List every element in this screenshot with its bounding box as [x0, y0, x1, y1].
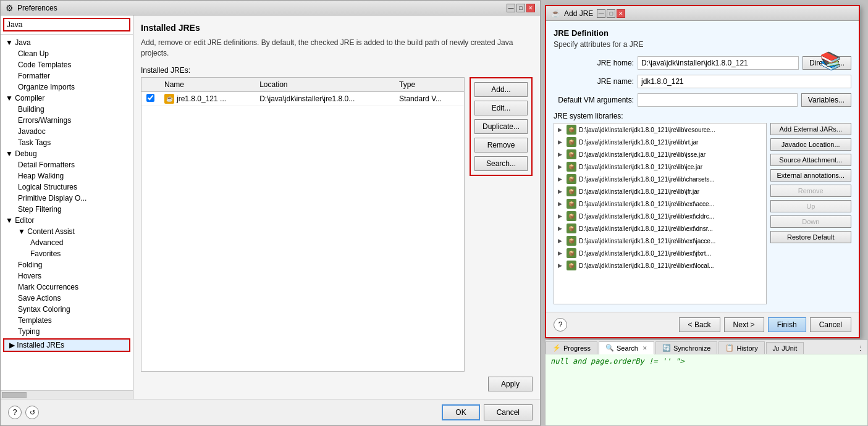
sidebar: ▼ Java Clean Up Code Templates Formatter… — [1, 15, 133, 399]
addjre-cancel-button[interactable]: Cancel — [810, 317, 851, 332]
sidebar-item-heap-walking[interactable]: Heap Walking — [6, 170, 133, 182]
sidebar-item-code-templates[interactable]: Code Templates — [6, 59, 133, 70]
lib-item-9[interactable]: ▶ 📦 D:\java\jdk\installer\jdk1.8.0_121\j… — [554, 235, 766, 247]
jre-home-label: JRE home: — [554, 59, 634, 67]
jre-name-input[interactable] — [638, 75, 851, 88]
sidebar-item-content-assist[interactable]: ▼ Content Assist — [6, 226, 133, 237]
lib-item-7[interactable]: ▶ 📦 D:\java\jdk\installer\jdk1.8.0_121\j… — [554, 210, 766, 222]
sidebar-item-syntax-coloring[interactable]: Syntax Coloring — [6, 304, 133, 315]
sidebar-item-javadoc[interactable]: Javadoc — [6, 126, 133, 137]
sidebar-item-editor[interactable]: ▼ Editor — [1, 215, 133, 226]
addjre-close-btn[interactable]: ✕ — [617, 9, 625, 18]
sidebar-item-task-tags[interactable]: Task Tags — [6, 137, 133, 148]
tab-junit[interactable]: Ju JUnit — [766, 342, 804, 354]
remove-button[interactable]: Remove — [474, 138, 528, 152]
sidebar-item-cleanup[interactable]: Clean Up — [6, 48, 133, 59]
lib-path-0: D:\java\jdk\installer\jdk1.8.0_121\jre\l… — [579, 127, 715, 133]
sidebar-item-primitive-display[interactable]: Primitive Display O... — [6, 193, 133, 204]
bottom-tabs-panel: ⚡ Progress 🔍 Search ✕ 🔄 Synchronize 📋 Hi… — [545, 340, 868, 426]
expand-icon-0: ▶ — [558, 127, 564, 133]
addjre-minimize-btn[interactable]: — — [597, 9, 605, 18]
lib-path-10: D:\java\jdk\installer\jdk1.8.0_121\jre\l… — [579, 250, 711, 257]
external-annotations-button[interactable]: External annotations... — [770, 169, 851, 182]
sidebar-item-advanced[interactable]: Advanced — [11, 237, 133, 248]
libs-remove-button[interactable]: Remove — [770, 185, 851, 197]
sidebar-item-java[interactable]: ▼ Java — [1, 37, 133, 48]
sidebar-item-save-actions[interactable]: Save Actions — [6, 293, 133, 304]
addjre-help-button[interactable]: ? — [554, 318, 567, 332]
libs-up-button[interactable]: Up — [770, 200, 851, 212]
maximize-btn[interactable]: □ — [516, 4, 525, 12]
tabs-bar: ⚡ Progress 🔍 Search ✕ 🔄 Synchronize 📋 Hi… — [546, 340, 867, 354]
addjre-maximize-btn[interactable]: □ — [607, 9, 615, 18]
variables-button[interactable]: Variables... — [801, 93, 851, 107]
sidebar-item-folding[interactable]: Folding — [6, 259, 133, 270]
libs-content: ▶ 📦 D:\java\jdk\installer\jdk1.8.0_121\j… — [554, 123, 851, 304]
preferences-icon: ⚙ — [6, 3, 14, 13]
lib-path-5: D:\java\jdk\installer\jdk1.8.0_121\jre\l… — [579, 188, 699, 195]
add-external-jars-button[interactable]: Add External JARs... — [770, 123, 851, 135]
minimize-btn[interactable]: — — [507, 4, 515, 12]
tab-search[interactable]: 🔍 Search ✕ — [599, 341, 654, 354]
row-checkbox[interactable] — [146, 94, 154, 102]
add-button[interactable]: Add... — [474, 82, 528, 97]
sidebar-item-templates[interactable]: Templates — [6, 315, 133, 326]
lib-item-2[interactable]: ▶ 📦 D:\java\jdk\installer\jdk1.8.0_121\j… — [554, 148, 766, 161]
sidebar-search-input[interactable] — [3, 18, 130, 31]
lib-item-3[interactable]: ▶ 📦 D:\java\jdk\installer\jdk1.8.0_121\j… — [554, 161, 766, 173]
sidebar-item-logical-structures[interactable]: Logical Structures — [6, 182, 133, 193]
lib-item-1[interactable]: ▶ 📦 D:\java\jdk\installer\jdk1.8.0_121\j… — [554, 136, 766, 148]
sidebar-debug-children: Detail Formatters Heap Walking Logical S… — [6, 159, 133, 215]
defaults-button[interactable]: ↺ — [25, 406, 39, 419]
sidebar-item-formatter[interactable]: Formatter — [6, 70, 133, 81]
edit-button[interactable]: Edit... — [474, 101, 528, 115]
jre-home-input[interactable] — [638, 56, 799, 70]
apply-button[interactable]: Apply — [488, 377, 533, 391]
sidebar-item-hovers[interactable]: Hovers — [6, 270, 133, 282]
sidebar-item-building[interactable]: Building — [6, 104, 133, 115]
lib-item-0[interactable]: ▶ 📦 D:\java\jdk\installer\jdk1.8.0_121\j… — [554, 123, 766, 136]
tab-search-close[interactable]: ✕ — [643, 345, 647, 351]
table-row[interactable]: ☕ jre1.8.0_121 ... D:\java\jdk\installer… — [141, 91, 464, 106]
libs-tree: ▶ 📦 D:\java\jdk\installer\jdk1.8.0_121\j… — [554, 123, 767, 304]
lib-item-5[interactable]: ▶ 📦 D:\java\jdk\installer\jdk1.8.0_121\j… — [554, 185, 766, 198]
lib-item-10[interactable]: ▶ 📦 D:\java\jdk\installer\jdk1.8.0_121\j… — [554, 247, 766, 259]
ok-button[interactable]: OK — [442, 404, 479, 420]
duplicate-button[interactable]: Duplicate... — [474, 119, 528, 134]
search-button[interactable]: Search... — [474, 156, 528, 171]
sidebar-item-favorites[interactable]: Favorites — [11, 248, 133, 259]
sidebar-item-step-filtering[interactable]: Step Filtering — [6, 204, 133, 215]
default-vm-input[interactable] — [638, 93, 798, 107]
lib-item-4[interactable]: ▶ 📦 D:\java\jdk\installer\jdk1.8.0_121\j… — [554, 173, 766, 185]
sidebar-item-organize-imports[interactable]: Organize Imports — [6, 81, 133, 93]
back-button[interactable]: < Back — [679, 317, 720, 332]
sidebar-item-errors-warnings[interactable]: Errors/Warnings — [6, 115, 133, 126]
cancel-button[interactable]: Cancel — [484, 404, 533, 420]
sidebar-item-typing[interactable]: Typing — [6, 326, 133, 337]
close-btn[interactable]: ✕ — [526, 4, 535, 12]
lib-item-11[interactable]: ▶ 📦 D:\java\jdk\installer\jdk1.8.0_121\j… — [554, 259, 766, 272]
libs-down-button[interactable]: Down — [770, 215, 851, 228]
sidebar-item-installed-jres-label[interactable]: ▶ Installed JREs — [4, 340, 129, 351]
sidebar-item-installed-jres-selected[interactable]: ▶ Installed JREs — [3, 338, 130, 352]
sidebar-search-area — [1, 15, 133, 35]
lib-item-8[interactable]: ▶ 📦 D:\java\jdk\installer\jdk1.8.0_121\j… — [554, 222, 766, 235]
help-button[interactable]: ? — [8, 406, 22, 419]
sidebar-item-debug[interactable]: ▼ Debug — [1, 148, 133, 159]
tab-history[interactable]: 📋 History — [718, 341, 764, 354]
sidebar-item-compiler[interactable]: ▼ Compiler — [1, 93, 133, 104]
javadoc-location-button[interactable]: Javadoc Location... — [770, 138, 851, 151]
finish-button[interactable]: Finish — [768, 317, 806, 332]
sidebar-scrollbar-h[interactable] — [1, 390, 133, 399]
sidebar-item-detail-formatters[interactable]: Detail Formatters — [6, 159, 133, 170]
tab-progress[interactable]: ⚡ Progress — [546, 341, 597, 354]
expand-icon-5: ▶ — [558, 188, 564, 194]
expand-icon-8: ▶ — [558, 225, 564, 232]
source-attachment-button[interactable]: Source Attachment... — [770, 154, 851, 166]
sidebar-item-mark-occurrences[interactable]: Mark Occurrences — [6, 282, 133, 293]
tab-synchronize[interactable]: 🔄 Synchronize — [655, 341, 718, 354]
lib-item-6[interactable]: ▶ 📦 D:\java\jdk\installer\jdk1.8.0_121\j… — [554, 198, 766, 210]
restore-default-button[interactable]: Restore Default — [770, 231, 851, 243]
next-button[interactable]: Next > — [724, 317, 764, 332]
tab-menu-button[interactable]: ⋮ — [853, 343, 867, 354]
